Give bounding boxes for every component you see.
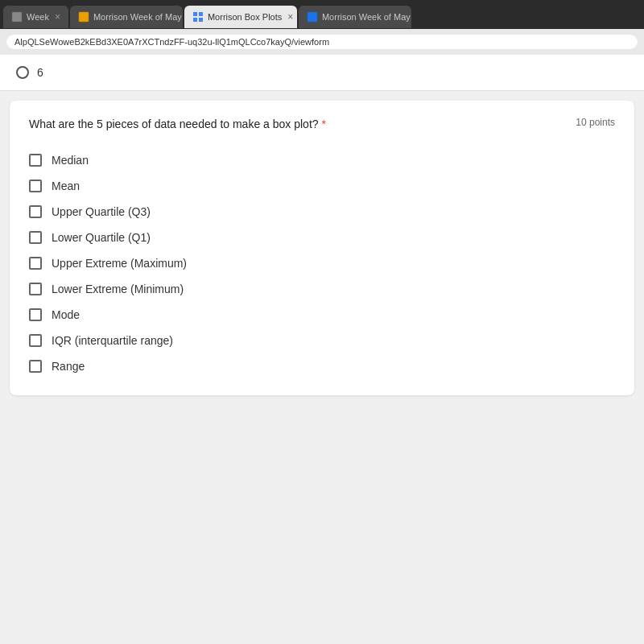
svg-rect-3 [199, 12, 203, 16]
address-bar[interactable]: AlpQLSeWoweB2kEBd3XE0A7rXCTndzFF-uq32u-l… [6, 35, 638, 49]
svg-rect-2 [193, 12, 197, 16]
option-label-upper-extreme: Upper Extreme (Maximum) [52, 257, 187, 270]
checkbox-range[interactable] [29, 360, 42, 373]
prev-answer-text: 6 [37, 66, 43, 79]
question-text: What are the 5 pieces of data needed to … [29, 117, 563, 133]
svg-rect-4 [193, 18, 197, 22]
prev-answer-section: 6 [0, 55, 644, 91]
points-label: 10 points [576, 117, 615, 128]
browser-chrome: Week × Morrison Week of May 4 × Morrison… [0, 0, 644, 55]
option-mean: Mean [29, 173, 615, 199]
tab-label-week: Week [27, 12, 49, 22]
tab-week[interactable]: Week × [3, 6, 68, 28]
option-range: Range [29, 353, 615, 379]
tab-label-morrison2: Morrison Week of May 4 [322, 12, 411, 22]
option-label-iqr: IQR (interquartile range) [52, 334, 173, 347]
checkbox-mode[interactable] [29, 308, 42, 321]
tab-morrison-box-plots[interactable]: Morrison Box Plots × [184, 6, 297, 28]
checkbox-upper-extreme[interactable] [29, 257, 42, 270]
question-text-content: What are the 5 pieces of data needed to … [29, 118, 319, 130]
tab-icon-week [11, 11, 23, 23]
tab-icon-doc1 [78, 11, 89, 23]
option-upper-quartile: Upper Quartile (Q3) [29, 199, 615, 225]
svg-rect-1 [79, 12, 89, 22]
option-label-upper-quartile: Upper Quartile (Q3) [52, 205, 151, 218]
option-iqr: IQR (interquartile range) [29, 328, 615, 353]
tab-label-box-plots: Morrison Box Plots [208, 12, 282, 22]
tab-icon-grid [192, 11, 204, 23]
radio-circle[interactable] [16, 66, 29, 79]
question-card: What are the 5 pieces of data needed to … [10, 101, 634, 395]
tab-label-morrison1: Morrison Week of May 4 [93, 12, 183, 22]
option-label-mode: Mode [52, 308, 80, 321]
option-label-range: Range [52, 360, 85, 373]
option-label-mean: Mean [52, 180, 80, 192]
option-upper-extreme: Upper Extreme (Maximum) [29, 250, 615, 276]
required-star: * [319, 118, 326, 130]
option-label-lower-extreme: Lower Extreme (Minimum) [52, 283, 184, 295]
tab-close-box-plots[interactable]: × [287, 11, 293, 23]
tab-bar: Week × Morrison Week of May 4 × Morrison… [0, 0, 644, 29]
tab-close-week[interactable]: × [55, 11, 60, 23]
page-content: 6 What are the 5 pieces of data needed t… [0, 55, 644, 644]
checkbox-median[interactable] [29, 154, 42, 167]
checkbox-iqr[interactable] [29, 334, 42, 347]
option-median: Median [29, 147, 615, 173]
options-list: Median Mean Upper Quartile (Q3) Lower Qu… [29, 147, 615, 379]
tab-icon-doc2 [307, 11, 318, 23]
option-label-lower-quartile: Lower Quartile (Q1) [52, 231, 151, 244]
tab-morrison-week-may2[interactable]: Morrison Week of May 4 × [299, 6, 411, 28]
question-header: What are the 5 pieces of data needed to … [29, 117, 615, 133]
option-lower-extreme: Lower Extreme (Minimum) [29, 276, 615, 302]
svg-rect-5 [199, 18, 203, 22]
option-mode: Mode [29, 302, 615, 328]
tab-morrison-week-may1[interactable]: Morrison Week of May 4 × [70, 6, 183, 28]
checkbox-mean[interactable] [29, 180, 42, 192]
checkbox-lower-quartile[interactable] [29, 231, 42, 244]
checkbox-upper-quartile[interactable] [29, 205, 42, 218]
svg-rect-6 [308, 12, 317, 22]
svg-rect-0 [12, 12, 22, 22]
option-label-median: Median [52, 154, 89, 167]
address-bar-row: AlpQLSeWoweB2kEBd3XE0A7rXCTndzFF-uq32u-l… [0, 29, 644, 55]
checkbox-lower-extreme[interactable] [29, 283, 42, 295]
option-lower-quartile: Lower Quartile (Q1) [29, 225, 615, 250]
